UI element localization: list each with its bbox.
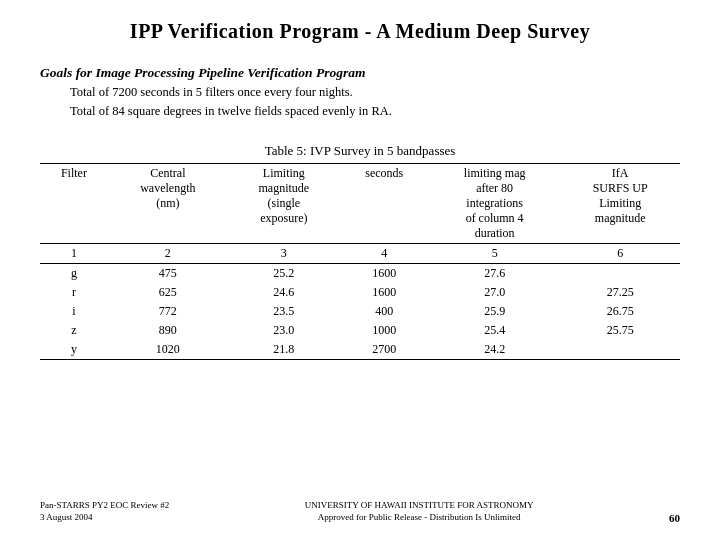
footer-event: Pan-STARRS PY2 EOC Review #2 [40, 499, 169, 512]
cell-limmag80-g: 27.6 [429, 263, 560, 283]
cell-limmag-y: 21.8 [228, 340, 340, 360]
cell-surfsup-y [560, 340, 680, 360]
table-colnum-row: 1 2 3 4 5 6 [40, 243, 680, 263]
col-seconds-header: seconds [340, 163, 429, 243]
goals-line1: Total of 7200 seconds in 5 filters once … [70, 83, 680, 121]
cell-filter-i: i [40, 302, 108, 321]
table-body: g 475 25.2 1600 27.6 r 625 24.6 1600 27.… [40, 263, 680, 359]
footer-left: Pan-STARRS PY2 EOC Review #2 3 August 20… [40, 499, 169, 524]
col-limmag80-header: limiting magafter 80integrationsof colum… [429, 163, 560, 243]
survey-table: Filter Centralwavelength(nm) Limitingmag… [40, 163, 680, 360]
goals-section: Goals for Image Processing Pipeline Veri… [40, 65, 680, 121]
col-filter-header: Filter [40, 163, 108, 243]
footer: Pan-STARRS PY2 EOC Review #2 3 August 20… [40, 499, 680, 524]
colnum-4: 4 [340, 243, 429, 263]
cell-wavelength-g: 475 [108, 263, 228, 283]
cell-limmag80-y: 24.2 [429, 340, 560, 360]
cell-surfsup-r: 27.25 [560, 283, 680, 302]
table-row: g 475 25.2 1600 27.6 [40, 263, 680, 283]
table-row: r 625 24.6 1600 27.0 27.25 [40, 283, 680, 302]
colnum-6: 6 [560, 243, 680, 263]
table-row: i 772 23.5 400 25.9 26.75 [40, 302, 680, 321]
cell-seconds-y: 2700 [340, 340, 429, 360]
cell-wavelength-z: 890 [108, 321, 228, 340]
colnum-1: 1 [40, 243, 108, 263]
cell-limmag-g: 25.2 [228, 263, 340, 283]
cell-filter-g: g [40, 263, 108, 283]
cell-filter-r: r [40, 283, 108, 302]
goals-heading: Goals for Image Processing Pipeline Veri… [40, 65, 680, 81]
cell-seconds-r: 1600 [340, 283, 429, 302]
cell-seconds-z: 1000 [340, 321, 429, 340]
footer-date: 3 August 2004 [40, 511, 169, 524]
cell-limmag-r: 24.6 [228, 283, 340, 302]
cell-limmag-z: 23.0 [228, 321, 340, 340]
cell-seconds-g: 1600 [340, 263, 429, 283]
page-wrapper: IPP Verification Program - A Medium Deep… [0, 0, 720, 540]
table-row: z 890 23.0 1000 25.4 25.75 [40, 321, 680, 340]
colnum-3: 3 [228, 243, 340, 263]
col-wavelength-header: Centralwavelength(nm) [108, 163, 228, 243]
cell-wavelength-i: 772 [108, 302, 228, 321]
table-row: y 1020 21.8 2700 24.2 [40, 340, 680, 360]
col-surfsup-header: IfASURFS UPLimitingmagnitude [560, 163, 680, 243]
footer-center: UNIVERSITY OF HAWAII INSTITUTE FOR ASTRO… [305, 499, 534, 524]
footer-university: UNIVERSITY OF HAWAII INSTITUTE FOR ASTRO… [305, 499, 534, 512]
cell-wavelength-y: 1020 [108, 340, 228, 360]
cell-filter-y: y [40, 340, 108, 360]
col-limmag-header: Limitingmagnitude(singleexposure) [228, 163, 340, 243]
page-title: IPP Verification Program - A Medium Deep… [40, 20, 680, 43]
table-caption: Table 5: IVP Survey in 5 bandpasses [265, 143, 456, 159]
cell-limmag80-i: 25.9 [429, 302, 560, 321]
table-section: Table 5: IVP Survey in 5 bandpasses Filt… [40, 143, 680, 489]
cell-limmag80-r: 27.0 [429, 283, 560, 302]
cell-surfsup-g [560, 263, 680, 283]
cell-surfsup-z: 25.75 [560, 321, 680, 340]
cell-seconds-i: 400 [340, 302, 429, 321]
cell-surfsup-i: 26.75 [560, 302, 680, 321]
footer-page-number: 60 [669, 512, 680, 524]
table-header-row: Filter Centralwavelength(nm) Limitingmag… [40, 163, 680, 243]
footer-approval: Approved for Public Release - Distributi… [305, 511, 534, 524]
cell-filter-z: z [40, 321, 108, 340]
cell-limmag-i: 23.5 [228, 302, 340, 321]
colnum-2: 2 [108, 243, 228, 263]
cell-wavelength-r: 625 [108, 283, 228, 302]
colnum-5: 5 [429, 243, 560, 263]
cell-limmag80-z: 25.4 [429, 321, 560, 340]
